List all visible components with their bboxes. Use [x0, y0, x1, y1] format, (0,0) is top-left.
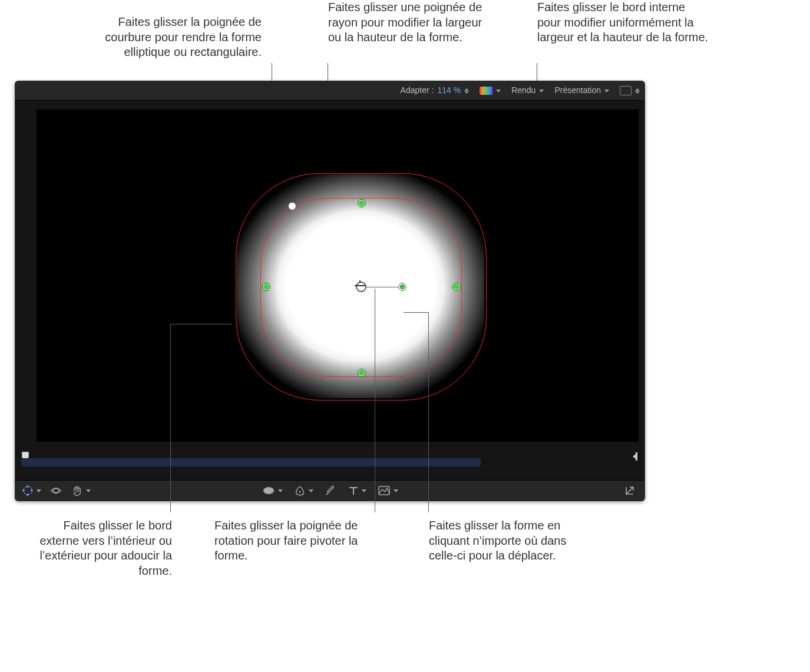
chevron-down-icon — [604, 90, 609, 92]
callout-rotation: Faites glisser la poignée de rotation po… — [214, 518, 365, 564]
radius-handle-bottom[interactable] — [358, 369, 366, 377]
crop-tool[interactable] — [377, 485, 398, 496]
chevron-down-icon — [278, 489, 283, 492]
callout-outer: Faites glisser le bord externe vers l’in… — [31, 518, 172, 578]
svg-point-3 — [23, 490, 25, 492]
text-tool[interactable] — [348, 485, 366, 496]
callout-move: Faites glisser la forme en cliquant n’im… — [429, 518, 594, 564]
chevron-down-icon — [86, 489, 91, 492]
viewport-switcher[interactable] — [620, 86, 640, 95]
bottom-toolbar — [15, 480, 644, 501]
leader — [428, 312, 429, 512]
leader — [375, 289, 375, 512]
chevron-down-icon — [394, 489, 398, 492]
new-window-button[interactable] — [623, 484, 636, 497]
fit-value: 114 % — [437, 85, 461, 96]
brush-tool[interactable] — [324, 484, 337, 497]
leader — [170, 324, 232, 325]
chevron-down-icon — [362, 489, 366, 492]
anchor-point[interactable] — [355, 280, 365, 291]
callout-curvature: Faites glisser la poignée de courbure po… — [87, 15, 262, 60]
stepper-icon — [635, 88, 640, 94]
viewport-icon — [620, 86, 632, 95]
play-range-end[interactable] — [636, 452, 637, 461]
svg-point-0 — [24, 486, 32, 495]
rotation-arm — [362, 287, 399, 287]
curvature-handle[interactable] — [288, 202, 296, 210]
canvas-viewport[interactable] — [37, 110, 639, 442]
app-window: Adapter : 114 % Rendu Présentation — [15, 81, 645, 501]
svg-point-5 — [51, 489, 61, 493]
render-menu[interactable]: Rendu — [511, 85, 544, 96]
chevron-down-icon — [496, 90, 501, 92]
leader — [404, 312, 428, 313]
callout-radius: Faites glisser une poignée de rayon pour… — [328, 0, 484, 45]
radius-handle-right[interactable] — [452, 283, 461, 291]
ellipse-mask-tool[interactable] — [262, 485, 283, 496]
hand-pan-tool[interactable] — [71, 484, 91, 497]
point-select-tool[interactable] — [21, 484, 41, 497]
spectrum-icon — [480, 87, 492, 95]
fit-control[interactable]: Adapter : 114 % — [401, 85, 470, 96]
chevron-down-icon — [539, 90, 544, 92]
svg-point-1 — [27, 486, 29, 488]
fit-label: Adapter : — [401, 85, 434, 96]
radius-handle-top[interactable] — [358, 199, 366, 207]
radius-handle-left[interactable] — [262, 283, 270, 291]
colorspace-menu[interactable] — [480, 87, 501, 95]
stepper-icon[interactable] — [464, 88, 469, 94]
chevron-down-icon — [37, 489, 41, 492]
callout-inner: Faites glisser le bord interne pour modi… — [537, 0, 711, 45]
viewer-top-bar: Adapter : 114 % Rendu Présentation — [15, 81, 644, 101]
chevron-down-icon — [309, 489, 313, 492]
svg-point-2 — [27, 494, 29, 496]
svg-point-7 — [263, 487, 274, 494]
render-label: Rendu — [511, 85, 535, 96]
leader — [170, 324, 171, 512]
mini-timeline[interactable] — [15, 456, 644, 470]
presentation-menu[interactable]: Présentation — [554, 85, 609, 96]
rotation-handle[interactable] — [398, 283, 406, 291]
pen-tool[interactable] — [293, 484, 313, 497]
svg-point-4 — [31, 490, 33, 492]
svg-point-8 — [299, 491, 301, 493]
orbit-3d-tool[interactable] — [49, 484, 62, 497]
play-range — [21, 458, 481, 466]
presentation-label: Présentation — [554, 85, 601, 96]
